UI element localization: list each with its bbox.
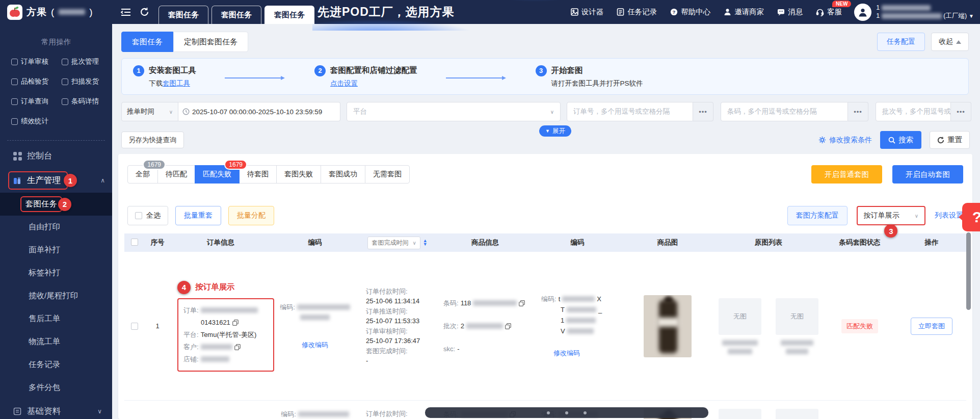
sidebar-item-pickup-print[interactable]: 揽收/尾程打印 — [0, 284, 112, 307]
no-image-box: 无图 — [776, 409, 818, 419]
sidebar-item-aftersale-ticket[interactable]: 售后工单 — [0, 307, 112, 330]
code-label: 编码: — [281, 409, 296, 419]
task-config-button[interactable]: 任务配置 — [877, 33, 925, 51]
sidebar-item-waybill-reprint[interactable]: 面单补打 — [0, 239, 112, 261]
sidebar-item-logistics-ticket[interactable]: 物流工单 — [0, 330, 112, 353]
date-range-input[interactable]: 2025-10-07 00:00:00-2025-10-10 23:59:59 — [178, 102, 340, 121]
chevron-down-icon[interactable]: ∨ — [97, 408, 102, 415]
expand-button[interactable]: ▼ 展开 — [539, 125, 571, 137]
batch-assign-button[interactable]: 批量分配 — [228, 206, 274, 225]
quick-item-barcode-detail[interactable]: 条码详情 — [62, 97, 112, 106]
batch-no-input[interactable]: 批次号，多个用逗号或空格分隔 — [876, 102, 951, 121]
taotu-plan-config-button[interactable]: 套图方案配置 — [787, 206, 847, 225]
status-tab-taotu-failed[interactable]: 套图失败 — [276, 165, 321, 184]
sort-carets[interactable]: ▲ ▼ — [423, 239, 428, 246]
batch-retry-button[interactable]: 批量重套 — [175, 206, 221, 225]
nav-customer-service[interactable]: NEW 客服 — [816, 7, 842, 17]
table-controls-row: 全选 批量重套 批量分配 套图方案配置 按订单展示 ∨ 3 列表设置 — [118, 184, 972, 225]
search-button[interactable]: 搜索 — [880, 131, 921, 149]
account-area[interactable]: 1 1 (工厂端)▼ — [854, 4, 974, 21]
help-icon: ? — [670, 8, 678, 16]
nav-designer[interactable]: 设计器 — [571, 7, 604, 17]
submenu-label: 售后工单 — [29, 313, 60, 324]
image-caption-masked — [722, 340, 758, 346]
row-checkbox[interactable] — [131, 323, 138, 330]
status-tab-all[interactable]: 全部 1679 — [127, 165, 158, 184]
chevron-up-icon[interactable]: ∧ — [100, 177, 105, 184]
save-quick-query-button[interactable]: 另存为快捷查询 — [121, 132, 184, 148]
quick-item-order-review[interactable]: 订单审核 — [11, 57, 62, 66]
nav-help-center-label: 帮助中心 — [681, 7, 710, 17]
tab-custom-taotu-task[interactable]: 定制图套图任务 — [173, 32, 248, 52]
batch-no-more-button[interactable]: ••• — [951, 102, 971, 121]
barcode-more-button[interactable]: ••• — [848, 102, 868, 121]
sidebar-item-label-reprint[interactable]: 标签补打 — [0, 261, 112, 284]
product-image[interactable] — [644, 295, 692, 357]
select-all-button[interactable]: 全选 — [127, 206, 168, 225]
copy-icon[interactable] — [232, 320, 239, 326]
quick-item-order-query[interactable]: 订单查询 — [11, 97, 62, 106]
barcode-detail-icon — [62, 98, 68, 105]
order-no-input[interactable]: 订单号，多个用逗号或空格分隔 — [567, 102, 693, 121]
finish-time-select[interactable]: 套图完成时间 ∨ — [367, 237, 420, 249]
select-all-checkbox[interactable] — [135, 212, 142, 219]
order-no-more-button[interactable]: ••• — [693, 102, 713, 121]
display-mode-select[interactable]: 按订单展示 ∨ — [857, 206, 925, 225]
quick-item-performance[interactable]: 绩效统计 — [11, 117, 62, 126]
click-settings-link[interactable]: 点击设置 — [330, 80, 358, 87]
bottom-floating-bar[interactable] — [425, 407, 708, 418]
collapse-button[interactable]: 收起 — [931, 33, 969, 51]
status-tab-no-taotu[interactable]: 无需套图 — [365, 165, 410, 184]
sidebar-item-task-record[interactable]: 任务记录 — [0, 353, 112, 376]
nav-task-log[interactable]: 任务记录 — [617, 7, 657, 17]
download-tool-link[interactable]: 套图工具 — [163, 80, 190, 87]
copy-icon[interactable] — [505, 323, 511, 329]
help-floating-button[interactable]: ? — [962, 203, 980, 231]
barcode-input[interactable]: 条码，多个用逗号或空格分隔 — [721, 102, 848, 121]
copy-icon[interactable] — [519, 300, 525, 306]
header-checkbox[interactable] — [131, 239, 138, 246]
workspace-tab-3-active[interactable]: 套图任务 — [264, 6, 314, 24]
vertical-scrollbar-thumb[interactable] — [966, 232, 971, 310]
quick-item-batch-manage[interactable]: 批次管理 — [62, 57, 112, 66]
code-label: 编码: — [280, 302, 295, 312]
no-image-box: 无图 — [719, 298, 761, 335]
copy-icon[interactable] — [234, 344, 241, 350]
refresh-icon[interactable] — [140, 7, 149, 17]
taotu-now-button[interactable]: 立即套图 — [911, 318, 952, 335]
nav-messages[interactable]: 消息 — [777, 7, 803, 17]
barcode-masked — [473, 300, 517, 306]
workspace-tab-2[interactable]: 套图任务 — [211, 6, 261, 24]
workspace-tab-1[interactable]: 套图任务 — [158, 6, 208, 24]
account-caret-icon[interactable]: ▼ — [969, 13, 974, 19]
nav-help-center[interactable]: ? 帮助中心 — [670, 7, 710, 17]
tab-taotu-task[interactable]: 套图任务 — [121, 32, 173, 52]
no-image-box: 无图 — [776, 298, 818, 335]
quick-item-qc-inspect[interactable]: 品检验货 — [11, 77, 62, 86]
quick-item-label: 品检验货 — [21, 77, 48, 86]
edit-code2-link[interactable]: 修改编码 — [553, 348, 580, 358]
customer-label: 客户: — [183, 341, 199, 353]
start-normal-taotu-button[interactable]: 开启普通套图 — [811, 165, 882, 184]
sidebar-item-console[interactable]: 控制台 — [0, 144, 112, 168]
reset-button[interactable]: 重置 — [930, 131, 970, 149]
status-tab-label: 待匹配 — [166, 170, 187, 179]
brand-paren-close: ) — [89, 7, 93, 18]
sidebar-item-taotu-task[interactable]: 套图任务 2 — [0, 193, 112, 216]
image-caption-masked — [728, 349, 752, 354]
status-tab-taotu-success[interactable]: 套图成功 — [321, 165, 365, 184]
quick-item-scan-ship[interactable]: 扫描发货 — [62, 77, 112, 86]
collapse-sidebar-icon[interactable] — [120, 8, 131, 17]
sidebar-item-base-data[interactable]: 基础资料 ∨ — [0, 399, 112, 419]
collapse-label: 收起 — [939, 37, 953, 46]
sidebar-item-multi-pack[interactable]: 多件分包 — [0, 376, 112, 399]
nav-invite-merchant[interactable]: 邀请商家 — [724, 7, 764, 17]
platform-select[interactable]: 平台 ∨ — [347, 102, 561, 121]
status-tab-match-failed[interactable]: 匹配失败 1679 — [195, 165, 240, 184]
edit-code-link[interactable]: 修改编码 — [302, 339, 328, 350]
time-type-select[interactable]: 推单时间 ∨ — [121, 102, 178, 121]
modify-search-link[interactable]: 修改搜索条件 — [818, 136, 872, 145]
sidebar-item-free-print[interactable]: 自由打印 — [0, 216, 112, 239]
sidebar-item-production[interactable]: 生产管理 1 ∧ — [0, 168, 112, 193]
start-auto-taotu-button[interactable]: 开启自动套图 — [892, 165, 963, 184]
